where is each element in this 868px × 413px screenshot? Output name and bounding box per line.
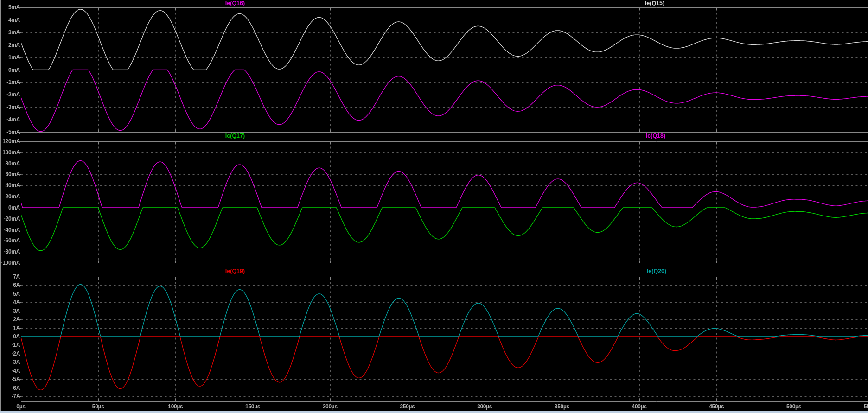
x-tick-label: 350µs bbox=[555, 403, 569, 410]
y-tick-label: 80mA bbox=[0, 160, 20, 167]
x-tick-label: 100µs bbox=[168, 403, 183, 410]
y-tick-label: -3mA bbox=[0, 104, 20, 110]
y-tick-label: 5mA bbox=[0, 4, 20, 11]
x-tick-label: 0µs bbox=[16, 403, 25, 410]
y-tick-label: 3A bbox=[0, 308, 20, 314]
y-tick-label: -1mA bbox=[0, 79, 20, 85]
x-tick-label: 400µs bbox=[632, 403, 647, 410]
y-tick-label: 4mA bbox=[0, 17, 20, 23]
y-tick-label: 4A bbox=[0, 299, 20, 305]
x-tick-label: 300µs bbox=[477, 403, 492, 410]
y-tick-label: -4A bbox=[0, 368, 20, 374]
trace-label-ie-q19[interactable]: Ie(Q19) bbox=[225, 268, 245, 274]
y-tick-label: 3mA bbox=[0, 29, 20, 36]
y-tick-label: 40mA bbox=[0, 182, 20, 189]
y-tick-label: -5mA bbox=[0, 129, 20, 135]
x-tick-label: 450µs bbox=[709, 403, 724, 410]
y-tick-label: -5A bbox=[0, 376, 20, 382]
y-tick-label: -40mA bbox=[0, 227, 20, 233]
x-tick-label: 550µs bbox=[864, 403, 868, 410]
y-tick-label: -100mA bbox=[0, 260, 20, 266]
trace-label-ic-q17[interactable]: Ic(Q17) bbox=[225, 133, 245, 139]
trace-label-ie-q16[interactable]: Ie(Q16) bbox=[225, 0, 245, 6]
trace-label-ic-q18[interactable]: Ic(Q18) bbox=[646, 133, 665, 139]
waveform-plot-canvas[interactable] bbox=[0, 0, 868, 413]
trace-label-ie-q15[interactable]: Ie(Q15) bbox=[645, 0, 664, 6]
y-tick-label: 60mA bbox=[0, 171, 20, 178]
y-tick-label: -3A bbox=[0, 359, 20, 365]
y-axis-pane-2[interactable]: 120mA100mA80mA60mA40mA20mA0mA-20mA-40mA-… bbox=[0, 141, 20, 263]
y-tick-label: 0A bbox=[0, 333, 20, 340]
y-tick-label: 1A bbox=[0, 325, 20, 331]
x-tick-label: 500µs bbox=[786, 403, 801, 410]
y-tick-label: 7A bbox=[0, 273, 20, 280]
y-tick-label: -6A bbox=[0, 385, 20, 391]
y-axis-pane-3[interactable]: 7A6A5A4A3A2A1A0A-1A-2A-3A-4A-5A-6A-7A bbox=[0, 277, 20, 401]
y-tick-label: 0mA bbox=[0, 204, 20, 211]
y-tick-label: 2mA bbox=[0, 42, 20, 48]
y-tick-label: -20mA bbox=[0, 216, 20, 222]
y-tick-label: 0mA bbox=[0, 67, 20, 73]
window-left-edge bbox=[0, 0, 1, 413]
y-tick-label: -80mA bbox=[0, 248, 20, 255]
y-tick-label: 120mA bbox=[0, 138, 20, 145]
x-tick-label: 50µs bbox=[92, 403, 104, 410]
y-tick-label: -2A bbox=[0, 350, 20, 357]
trace-label-ie-q20[interactable]: Ie(Q20) bbox=[647, 268, 666, 274]
x-tick-label: 150µs bbox=[245, 403, 260, 410]
y-tick-label: 5A bbox=[0, 291, 20, 297]
ltspice-waveform-viewer: Ie(Q16) Ie(Q15) Ic(Q17) Ic(Q18) Ie(Q19) … bbox=[0, 0, 868, 413]
x-tick-label: 200µs bbox=[323, 403, 338, 410]
y-tick-label: -60mA bbox=[0, 237, 20, 244]
y-tick-label: 1mA bbox=[0, 54, 20, 61]
y-tick-label: -2mA bbox=[0, 91, 20, 98]
y-tick-label: 6A bbox=[0, 282, 20, 288]
y-tick-label: -4mA bbox=[0, 116, 20, 123]
y-tick-label: -1A bbox=[0, 342, 20, 348]
y-tick-label: 2A bbox=[0, 316, 20, 323]
x-axis[interactable]: 0µs50µs100µs150µs200µs250µs300µs350µs400… bbox=[0, 402, 868, 411]
y-tick-label: 100mA bbox=[0, 149, 20, 156]
window-bottom-strip bbox=[0, 411, 868, 413]
y-tick-label: 20mA bbox=[0, 193, 20, 200]
y-tick-label: -7A bbox=[0, 393, 20, 400]
x-tick-label: 250µs bbox=[400, 403, 415, 410]
y-axis-pane-1[interactable]: 5mA4mA3mA2mA1mA0mA-1mA-2mA-3mA-4mA-5mA bbox=[0, 7, 20, 132]
